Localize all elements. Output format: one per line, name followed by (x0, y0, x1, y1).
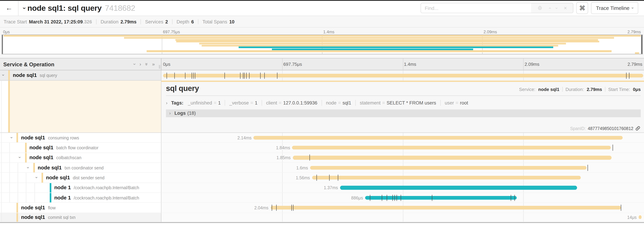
span-timeline-cell[interactable]: 2.04ms (161, 203, 644, 213)
span-timeline-cell[interactable]: 1.37ms (161, 183, 644, 193)
ruler-gridline (282, 58, 282, 70)
find-input[interactable] (421, 4, 531, 13)
span-duration-bar[interactable] (639, 215, 642, 219)
trace-view-label: Trace Timeline (596, 5, 630, 11)
span-expander-icon[interactable]: › (20, 155, 21, 160)
minimap-span (239, 47, 553, 48)
tag-value: sql1 (342, 100, 351, 105)
span-expander-icon[interactable]: › (11, 135, 13, 140)
expand-all-icon[interactable]: » (152, 61, 155, 67)
span-detail-row: sql query Service:node sql1Duration:2.79… (0, 81, 644, 133)
keyboard-shortcuts-button[interactable]: ⌘ (576, 2, 588, 14)
span-duration-bar[interactable] (312, 176, 581, 180)
tags-expand-icon[interactable]: › (166, 100, 168, 105)
indent-guide-line (34, 193, 35, 202)
span-row[interactable]: ›node sql1dist sender send1.56ms (0, 173, 644, 183)
logs-row[interactable]: › Logs (18) (166, 109, 641, 117)
span-duration-bar[interactable] (270, 206, 621, 209)
span-name-column[interactable]: node sql1commit sql txn (0, 213, 161, 222)
timeline-tick-label: 2.09ms (484, 30, 497, 34)
span-duration-bar[interactable] (292, 146, 611, 150)
find-clear-icon[interactable]: × (564, 5, 567, 11)
span-expander-icon[interactable]: › (28, 165, 29, 170)
tag-key: _verbose (229, 100, 249, 105)
span-row[interactable]: ›node sql1colbatchscan1.85ms (0, 153, 644, 163)
span-row[interactable]: node 1/cockroach.roachpb.Internal/Batch1… (0, 183, 644, 193)
tags-row[interactable]: › Tags: _unfinished=1_verbose=1client=12… (166, 99, 641, 106)
collapse-one-icon[interactable]: › (132, 63, 138, 65)
span-duration-bar[interactable] (365, 196, 516, 200)
span-log-marker (193, 72, 194, 79)
locate-span-icon[interactable] (537, 6, 542, 11)
back-button[interactable]: ← (0, 1, 18, 16)
span-row[interactable]: ›node sql1txn coordinator send1.6ms (0, 163, 644, 173)
summary-label: Services (145, 19, 164, 24)
span-duration-bar[interactable] (254, 136, 623, 140)
logs-expand-icon[interactable]: › (169, 111, 171, 116)
span-row[interactable]: node sql1batch flow coordinator1.84ms (0, 143, 644, 153)
timeline-tick-label: 2.79ms (628, 30, 641, 34)
span-name-column[interactable]: ›node sql1txn coordinator send (0, 163, 161, 173)
span-name-column[interactable]: ›node sql1consuming rows (0, 133, 161, 143)
span-expander-icon[interactable]: › (3, 73, 4, 77)
span-duration-bar[interactable] (310, 166, 587, 170)
span-name-column[interactable]: ›node sql1dist sender send (0, 173, 161, 183)
timeline-tick-label: 0μs (163, 62, 170, 67)
minimap-canvas[interactable] (2, 35, 642, 55)
span-name-column[interactable]: node sql1flow (0, 203, 161, 213)
timeline-tick-label: 1.4ms (404, 62, 416, 67)
find-next-icon[interactable]: › (554, 8, 560, 9)
equals-sign: = (338, 100, 341, 105)
trace-summary-bar: Trace StartMarch 31 2022, 17:25:09.326Du… (0, 16, 644, 28)
span-row[interactable]: ›node sql1sql query (0, 71, 644, 81)
find-prev-icon[interactable]: › (547, 8, 552, 9)
span-duration-bar[interactable] (340, 186, 577, 189)
divider (225, 100, 225, 106)
span-log-marker (192, 72, 192, 79)
divider (140, 19, 141, 24)
span-row[interactable]: node sql1flow2.04ms (0, 203, 644, 213)
span-timeline-cell[interactable]: 1.85ms (161, 153, 644, 163)
minimap-drag-handle-left[interactable] (2, 35, 3, 54)
column-resizer-handle[interactable] (159, 65, 160, 69)
span-timeline-cell[interactable]: 1.56ms (161, 173, 644, 183)
detail-meta-value: 0μs (633, 87, 641, 92)
span-timeline-cell[interactable]: 1.6ms (161, 163, 644, 173)
span-duration-bar[interactable] (163, 74, 643, 77)
trace-view-selector[interactable]: Trace Timeline › (591, 2, 638, 14)
collapse-trace-header-icon[interactable]: › (24, 5, 26, 12)
detail-meta-value: node sql1 (538, 87, 560, 92)
span-timeline-cell[interactable] (161, 71, 644, 81)
detail-meta-label: Start Time: (608, 87, 630, 92)
span-duration-bar[interactable] (293, 156, 612, 160)
span-timeline-cell[interactable]: 14μs (161, 213, 644, 222)
span-color-bar (17, 213, 18, 221)
span-log-marker (272, 205, 272, 211)
span-timeline-cell[interactable]: 886μs (161, 193, 644, 203)
span-row[interactable]: node sql1commit sql txn14μs (0, 213, 644, 223)
collapse-all-icon[interactable]: » (144, 63, 150, 66)
minimap-axis: 0μs697.75μs1.4ms2.09ms2.79ms (2, 28, 642, 35)
summary-label: Depth (176, 19, 189, 24)
span-duration-label: 1.6ms (161, 165, 308, 170)
span-name-column[interactable]: node sql1batch flow coordinator (0, 143, 161, 153)
timeline-gridline (524, 193, 524, 202)
span-name-column[interactable]: ›node sql1colbatchscan (0, 153, 161, 163)
minimap-drag-handle-right[interactable] (641, 35, 642, 54)
copy-link-icon[interactable] (635, 126, 640, 131)
span-name-column[interactable]: node 1/cockroach.roachpb.Internal/Batch (0, 183, 161, 193)
divider (172, 19, 172, 24)
operation-name: /cockroach.roachpb.Internal/Batch (74, 195, 139, 200)
expand-one-icon[interactable]: › (140, 61, 141, 67)
span-expander-icon[interactable]: › (36, 175, 38, 180)
span-row[interactable]: ›node sql1consuming rows2.14ms (0, 133, 644, 143)
indent-guide-line (18, 193, 18, 202)
span-name-column[interactable]: ›node sql1sql query (0, 71, 161, 81)
equals-sign: = (279, 100, 282, 105)
span-timeline-cell[interactable]: 2.14ms (161, 133, 644, 143)
span-timeline-cell[interactable]: 1.84ms (161, 143, 644, 153)
span-color-bar (50, 183, 51, 192)
span-name-column[interactable]: node 1/cockroach.roachpb.Internal/Batch (0, 193, 161, 203)
span-row[interactable]: node 1/cockroach.roachpb.Internal/Batch8… (0, 193, 644, 203)
span-name: node sql1txn coordinator send (38, 165, 104, 171)
